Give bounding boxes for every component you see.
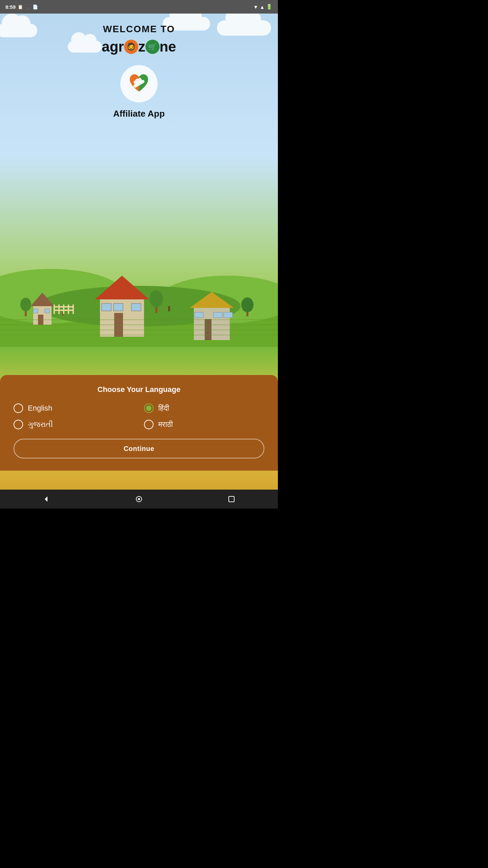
svg-rect-18: [131, 303, 141, 311]
affiliate-label: Affiliate App: [113, 108, 165, 119]
svg-point-48: [138, 498, 140, 500]
welcome-text: WELCOME TO: [103, 24, 175, 35]
language-label-marathi: मराठी: [158, 420, 173, 429]
svg-rect-24: [224, 312, 232, 318]
language-options: English हिंदी ગુજરાતી: [14, 403, 264, 429]
language-option-marathi[interactable]: मराठी: [144, 420, 264, 429]
svg-rect-23: [214, 312, 222, 318]
svg-marker-46: [45, 496, 47, 502]
back-button[interactable]: [38, 491, 55, 508]
radio-gujarati[interactable]: [14, 420, 23, 429]
svg-rect-36: [58, 304, 60, 314]
svg-point-30: [149, 290, 163, 307]
logo-ne: ne: [160, 39, 176, 55]
top-content: WELCOME TO agr 🧔 z 🛒 ne: [0, 14, 278, 119]
farm-illustration: [0, 252, 278, 347]
radio-marathi[interactable]: [144, 420, 154, 429]
main-scene: WELCOME TO agr 🧔 z 🛒 ne: [0, 14, 278, 490]
svg-rect-16: [102, 303, 111, 311]
svg-rect-41: [54, 310, 74, 311]
nav-bar: [0, 490, 278, 509]
recents-button[interactable]: [223, 491, 240, 508]
language-option-english[interactable]: English: [14, 403, 134, 413]
logo-o-farmer: 🧔: [124, 40, 138, 54]
svg-rect-40: [54, 306, 74, 308]
clipboard-icon: 📄: [33, 4, 38, 9]
battery-icon: 🔋: [266, 4, 272, 10]
status-bar: 8:59 📋 🎧 📄 ▼ ▲ 🔋: [0, 0, 278, 14]
svg-rect-17: [114, 303, 123, 311]
radio-hindi[interactable]: [144, 403, 154, 413]
handshake-heart-icon: [127, 72, 151, 96]
continue-button[interactable]: Continue: [14, 439, 264, 458]
radio-english[interactable]: [14, 403, 23, 413]
svg-point-26: [20, 298, 31, 311]
language-option-hindi[interactable]: हिंदी: [144, 403, 264, 413]
sim-icon: 📋: [18, 4, 23, 9]
svg-rect-12: [45, 309, 49, 313]
language-label-gujarati: ગુજરાતી: [28, 420, 53, 429]
status-right: ▼ ▲ 🔋: [253, 4, 272, 10]
language-option-gujarati[interactable]: ગુજરાતી: [14, 420, 134, 429]
status-time: 8:59: [5, 4, 16, 10]
svg-rect-35: [54, 304, 55, 314]
svg-rect-39: [73, 304, 74, 314]
choose-language-title: Choose Your Language: [14, 385, 264, 394]
logo-o-basket: 🛒: [145, 40, 160, 54]
logo-z: z: [138, 39, 145, 55]
headphone-icon: 🎧: [25, 4, 30, 9]
svg-rect-37: [63, 304, 64, 314]
language-label-english: English: [28, 404, 52, 413]
signal-icon: ▲: [260, 4, 265, 10]
svg-rect-11: [33, 309, 38, 313]
status-left: 8:59 📋 🎧 📄: [5, 4, 38, 10]
wifi-icon: ▼: [253, 4, 258, 10]
radio-hindi-inner: [146, 406, 151, 411]
svg-rect-49: [229, 496, 234, 502]
heart-icon-container: [120, 65, 158, 102]
svg-point-32: [164, 293, 174, 306]
svg-rect-22: [195, 312, 203, 318]
language-label-hindi: हिंदी: [158, 404, 169, 413]
language-panel: Choose Your Language English हिंदी: [0, 375, 278, 471]
app-logo: agr 🧔 z 🛒 ne: [102, 39, 176, 55]
svg-rect-38: [68, 304, 69, 314]
svg-point-34: [241, 297, 253, 312]
home-button[interactable]: [130, 491, 147, 508]
logo-prefix: agr: [102, 39, 124, 55]
